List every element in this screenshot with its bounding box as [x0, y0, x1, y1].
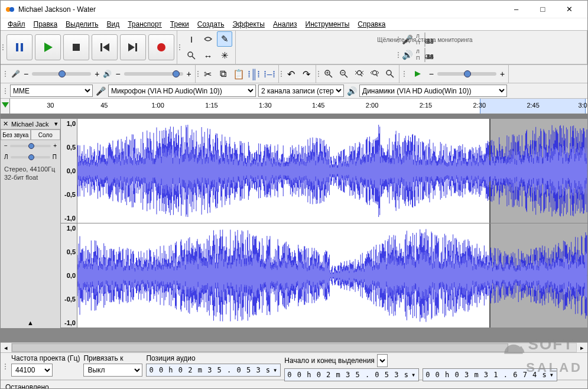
project-rate-label: Частота проекта (Гц)	[11, 354, 80, 362]
timeline-quickplay-icon[interactable]	[1, 99, 10, 114]
horizontal-scrollbar[interactable]: ◂ ▸	[1, 342, 587, 353]
skip-end-button[interactable]	[120, 34, 146, 60]
svg-line-21	[360, 74, 362, 76]
playback-volume-slider[interactable]	[124, 72, 183, 76]
zoom-toggle-button[interactable]	[382, 66, 398, 82]
lp-label: ЛП	[416, 48, 423, 61]
menu-select[interactable]: Выделить	[62, 20, 102, 29]
selection-tool[interactable]: I	[184, 31, 199, 47]
svg-rect-3	[21, 43, 23, 51]
title-bar: Michael Jackson - Water – □ ✕	[1, 1, 587, 18]
record-volume-slider[interactable]	[32, 72, 91, 76]
project-rate-select[interactable]: 44100	[11, 364, 53, 377]
menu-help[interactable]: Справка	[354, 20, 389, 29]
menu-generate[interactable]: Создать	[194, 20, 228, 29]
fit-project-button[interactable]	[367, 66, 382, 82]
menu-view[interactable]: Вид	[103, 20, 123, 29]
timeline-ruler[interactable]: 30 45 1:00 1:15 1:30 1:45 2:00 2:15 2:30…	[1, 99, 587, 114]
paste-button[interactable]: 📋	[231, 66, 246, 82]
toolbar-grip[interactable]	[4, 354, 8, 378]
speaker-icon[interactable]: 🔊	[401, 48, 414, 61]
track-menu-button[interactable]: ▾	[52, 120, 60, 128]
multi-tool[interactable]: ✳	[217, 48, 232, 63]
menu-transport[interactable]: Транспорт	[124, 20, 165, 29]
track-pan-slider[interactable]	[11, 156, 50, 158]
fit-selection-button[interactable]	[352, 66, 367, 82]
mixer-toolbar: 🎤 −+ 🔊 −+	[1, 65, 196, 83]
playback-speed-slider[interactable]	[437, 72, 496, 76]
toolbar-grip[interactable]	[4, 65, 8, 83]
minimize-button[interactable]: –	[503, 1, 529, 18]
mic-icon: 🎤	[95, 86, 106, 96]
close-button[interactable]: ✕	[556, 1, 583, 18]
record-meter[interactable]: -54 -48 Щёлкните для старта мониторинга …	[424, 33, 425, 47]
svg-rect-9	[135, 43, 137, 51]
toolbar-grip[interactable]	[317, 66, 321, 82]
menu-analyze[interactable]: Анализ	[269, 20, 301, 29]
svg-point-10	[157, 43, 165, 51]
toolbar-grip[interactable]	[280, 66, 284, 82]
waveform-display[interactable]	[77, 119, 587, 328]
mute-button[interactable]: Без звука	[1, 129, 31, 140]
track-gain-slider[interactable]	[10, 145, 51, 147]
svg-line-25	[391, 74, 394, 77]
snap-select[interactable]: Выкл	[83, 364, 142, 377]
selection-start-display[interactable]: 0 0 h 0 2 m 3 5 . 0 5 3 s▾	[284, 368, 419, 381]
maximize-button[interactable]: □	[529, 1, 556, 18]
svg-point-22	[372, 71, 376, 75]
record-channels-select[interactable]: 2 канала записи (стерео)	[258, 85, 344, 97]
toolbar-grip[interactable]	[2, 32, 5, 63]
timeshift-tool[interactable]: ↔	[200, 48, 216, 63]
track-area: ✕ Michael Jack ▾ Без звука Соло −+ ЛП Ст…	[1, 119, 587, 328]
svg-line-23	[376, 74, 378, 76]
track-close-button[interactable]: ✕	[1, 120, 10, 128]
toolbar-grip[interactable]	[4, 85, 8, 97]
svg-point-1	[9, 7, 14, 12]
menu-edit[interactable]: Правка	[30, 20, 61, 29]
copy-button[interactable]: ⧉	[216, 66, 231, 82]
selection-end-display[interactable]: 0 0 h 0 3 m 3 1 . 6 7 4 s▾	[423, 368, 557, 381]
undo-button[interactable]: ↶	[284, 66, 299, 82]
zoom-out-button[interactable]	[336, 66, 352, 82]
svg-line-18	[345, 74, 347, 77]
toolbar-grip[interactable]	[197, 66, 200, 82]
track-format-info: Стерео, 44100Гц 32-бит float	[1, 163, 60, 184]
zoom-tool[interactable]	[184, 48, 199, 63]
scroll-thumb[interactable]	[12, 343, 508, 352]
solo-button[interactable]: Соло	[31, 129, 61, 140]
app-icon	[5, 5, 15, 14]
record-button[interactable]	[148, 34, 174, 60]
menu-file[interactable]: Файл	[4, 20, 29, 29]
track-collapse-button[interactable]: ▲	[1, 317, 60, 328]
playback-device-select[interactable]: Динамики (VIA HD Audio(Win 10))	[359, 85, 507, 97]
selection-mode-select[interactable]	[377, 354, 388, 367]
stop-button[interactable]	[63, 34, 89, 60]
cut-button[interactable]: ✂	[200, 66, 216, 82]
draw-tool[interactable]: ✎	[217, 31, 232, 47]
playback-meter[interactable]: -54 -48 -42 -36 -30 -24 -18 -12 -6 0	[424, 48, 425, 62]
mic-icon: 🎤	[11, 70, 20, 78]
play-at-speed-button[interactable]	[410, 66, 425, 82]
toolbar-grip[interactable]	[403, 65, 407, 83]
trim-button[interactable]: ⁞║⁞	[246, 66, 262, 82]
play-button[interactable]	[35, 34, 61, 60]
speaker-icon: 🔊	[103, 70, 112, 78]
menu-tracks[interactable]: Треки	[167, 20, 193, 29]
scroll-left-button[interactable]: ◂	[1, 344, 11, 352]
envelope-tool[interactable]	[200, 31, 216, 47]
scroll-right-button[interactable]: ▸	[577, 344, 587, 352]
selection-label: Начало и конец выделения	[284, 356, 375, 365]
redo-button[interactable]: ↷	[299, 66, 314, 82]
audio-position-display[interactable]: 0 0 h 0 2 m 3 5 . 0 5 3 s▾	[146, 364, 281, 377]
zoom-toolbar	[316, 65, 399, 83]
zoom-in-button[interactable]	[321, 66, 336, 82]
menu-tools[interactable]: Инструменты	[302, 20, 353, 29]
svg-marker-26	[415, 71, 421, 77]
menu-effects[interactable]: Эффекты	[229, 20, 268, 29]
record-device-select[interactable]: Микрофон (VIA HD Audio(Win 10))	[108, 85, 256, 97]
skip-start-button[interactable]	[92, 34, 118, 60]
silence-button[interactable]: ⁞‒⁞	[262, 66, 277, 82]
track-name[interactable]: Michael Jack	[10, 121, 52, 128]
pause-button[interactable]	[7, 34, 33, 60]
audio-host-select[interactable]: MME	[10, 85, 93, 97]
